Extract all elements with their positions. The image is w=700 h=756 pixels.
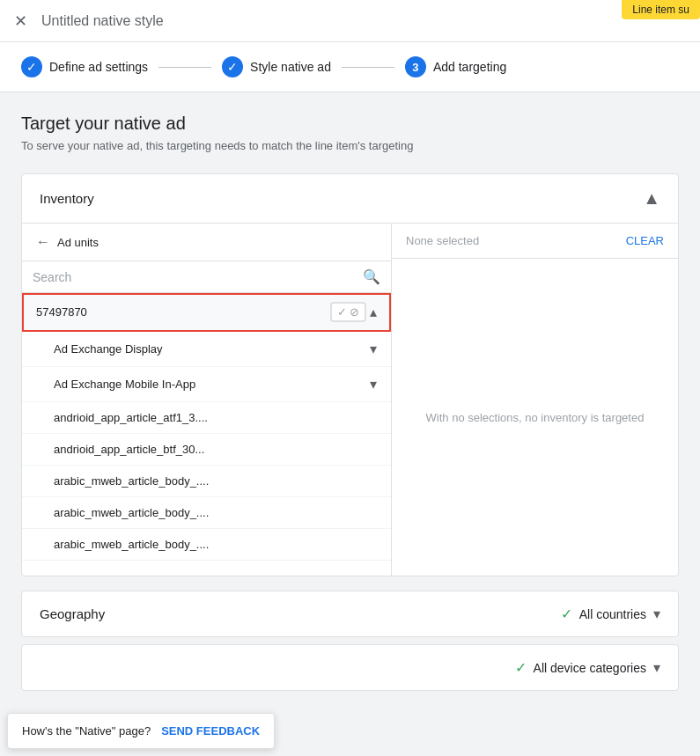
list-item[interactable]: Ad Exchange Display ▾ bbox=[22, 332, 391, 367]
parent-list-item[interactable]: 57497870 ✓ ⊘ ▴ bbox=[22, 293, 391, 332]
page-title: Target your native ad bbox=[21, 114, 679, 134]
app-header: ✕ Untitled native style Line item su bbox=[0, 0, 700, 42]
inventory-collapse-button[interactable]: ▲ bbox=[643, 188, 660, 209]
step-3: 3 Add targeting bbox=[405, 56, 506, 77]
step1-label: Define ad settings bbox=[49, 60, 148, 74]
device-chevron-icon[interactable]: ▾ bbox=[653, 659, 660, 676]
parent-item-label: 57497870 bbox=[36, 305, 87, 319]
ban-action-icon: ⊘ bbox=[350, 305, 359, 319]
check-action-icon: ✓ bbox=[337, 305, 347, 319]
step-1: ✓ Define ad settings bbox=[21, 56, 148, 77]
none-selected-text: None selected bbox=[406, 234, 479, 247]
feedback-question: How's the "Native" page? bbox=[22, 724, 151, 738]
list-item-label: arabic_mweb_article_body_.... bbox=[36, 538, 209, 551]
step-divider-1 bbox=[158, 67, 211, 68]
inventory-panel: ← Ad units 🔍 57497870 ✓ bbox=[22, 224, 678, 576]
geography-row[interactable]: Geography ✓ All countries ▾ bbox=[22, 591, 678, 636]
chevron-down-icon: ▾ bbox=[370, 376, 377, 393]
feedback-bar: How's the "Native" page? SEND FEEDBACK bbox=[7, 713, 275, 749]
back-nav[interactable]: ← Ad units bbox=[22, 224, 391, 261]
list-item[interactable]: arabic_mweb_article_body_.... bbox=[22, 497, 391, 529]
step-divider-2 bbox=[342, 67, 394, 68]
inventory-card-header: Inventory ▲ bbox=[22, 174, 678, 224]
step3-label: Add targeting bbox=[433, 60, 506, 74]
geography-check-icon: ✓ bbox=[561, 606, 572, 622]
step1-check-icon: ✓ bbox=[21, 56, 42, 77]
inventory-left-panel: ← Ad units 🔍 57497870 ✓ bbox=[22, 224, 392, 576]
step2-check-icon: ✓ bbox=[222, 56, 243, 77]
list-scroll[interactable]: 57497870 ✓ ⊘ ▴ Ad Exchange Display ▾ bbox=[22, 293, 391, 576]
geography-value: All countries bbox=[579, 607, 646, 621]
list-item[interactable]: andrioid_app_article_atf1_3.... bbox=[22, 402, 391, 434]
step2-label: Style native ad bbox=[250, 60, 331, 74]
search-icon: 🔍 bbox=[363, 268, 380, 285]
device-check-icon: ✓ bbox=[515, 659, 527, 676]
chevron-down-icon: ▾ bbox=[370, 341, 377, 357]
list-item[interactable]: andrioid_app_article_btf_30... bbox=[22, 434, 391, 466]
back-arrow-icon: ← bbox=[36, 234, 50, 250]
stepper: ✓ Define ad settings ✓ Style native ad 3… bbox=[0, 42, 700, 92]
none-selected-row: None selected CLEAR bbox=[392, 224, 678, 259]
geography-card: Geography ✓ All countries ▾ bbox=[21, 591, 679, 637]
device-categories-row[interactable]: ✓ All device categories ▾ bbox=[22, 645, 678, 690]
geography-chevron-icon[interactable]: ▾ bbox=[653, 606, 660, 622]
send-feedback-button[interactable]: SEND FEEDBACK bbox=[161, 724, 260, 738]
search-input[interactable] bbox=[33, 270, 363, 284]
inventory-card: Inventory ▲ ← Ad units 🔍 bbox=[21, 173, 679, 576]
search-row: 🔍 bbox=[22, 261, 391, 293]
chevron-up-icon: ▴ bbox=[370, 304, 377, 320]
list-item-label: Ad Exchange Display bbox=[36, 342, 163, 356]
geography-title: Geography bbox=[40, 606, 105, 621]
list-item-label: arabic_mweb_article_body_.... bbox=[36, 474, 209, 488]
list-item[interactable]: arabic_mweb_article_body_.... bbox=[22, 466, 391, 497]
inventory-title: Inventory bbox=[40, 191, 94, 206]
device-categories-card: ✓ All device categories ▾ bbox=[21, 644, 679, 691]
geography-value-group: ✓ All countries ▾ bbox=[561, 606, 660, 622]
action-box[interactable]: ✓ ⊘ bbox=[330, 302, 366, 322]
no-inventory-message: With no selections, no inventory is targ… bbox=[426, 411, 645, 424]
back-label: Ad units bbox=[57, 236, 99, 249]
list-item-label: andrioid_app_article_atf1_3.... bbox=[36, 411, 208, 424]
clear-button[interactable]: CLEAR bbox=[626, 234, 664, 247]
list-item-label: arabic_mweb_article_body_.... bbox=[36, 506, 209, 519]
list-item-label: Ad Exchange Mobile In-App bbox=[36, 378, 195, 391]
close-button[interactable]: ✕ bbox=[14, 11, 27, 31]
list-item-label: andrioid_app_article_btf_30... bbox=[36, 443, 204, 456]
device-categories-value-group: ✓ All device categories ▾ bbox=[515, 659, 660, 676]
main-content: Target your native ad To serve your nati… bbox=[0, 92, 700, 719]
header-title: Untitled native style bbox=[41, 13, 686, 29]
step3-number: 3 bbox=[405, 56, 426, 77]
list-item[interactable]: arabic_mweb_article_body_.... bbox=[22, 529, 391, 561]
step-2: ✓ Style native ad bbox=[222, 56, 331, 77]
inventory-right-panel: None selected CLEAR With no selections, … bbox=[392, 224, 678, 576]
page-subtitle: To serve your native ad, this targeting … bbox=[21, 139, 679, 152]
device-categories-value: All device categories bbox=[534, 661, 646, 675]
list-item[interactable]: Ad Exchange Mobile In-App ▾ bbox=[22, 367, 391, 402]
line-item-badge: Line item su bbox=[622, 0, 700, 19]
